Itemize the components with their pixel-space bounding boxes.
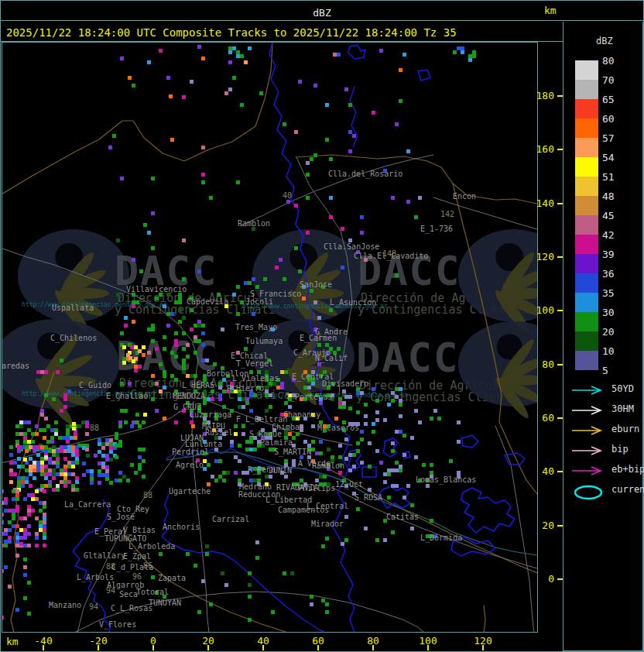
city-label: E_Carmen: [300, 334, 337, 343]
legend-item: eburn: [570, 424, 607, 435]
city-label: Gltallary: [84, 551, 125, 560]
status-row: 2025/11/22 18:24:00 UTC Composite Tracks…: [0, 22, 563, 42]
x-axis-label: 40: [246, 635, 280, 647]
y-axis-label: 100: [522, 304, 554, 316]
city-label: C_Chilenos: [50, 334, 97, 343]
legend-arrow-icon: [570, 404, 607, 420]
city-label: E_Zpal: [123, 552, 151, 561]
colorbar-block: [575, 235, 598, 254]
x-axis-label: 20: [191, 635, 225, 647]
svg-text:http://www.contingencias.mendo: http://www.contingencias.mendoza.gov.ar: [262, 392, 408, 399]
y-axis-label: 120: [522, 251, 554, 263]
x-axis-label: 120: [466, 635, 500, 647]
colorbar-label: 20: [602, 326, 630, 338]
y-axis-label: 0: [522, 573, 554, 585]
y-axis-tick: [557, 578, 563, 580]
colorbar-label: 39: [602, 249, 630, 260]
legend-label: eburn: [611, 424, 639, 434]
city-label: Russel: [205, 428, 233, 437]
y-axis-tick: [557, 525, 563, 527]
city-label: Perdriel: [172, 448, 209, 456]
colorbar-label: 10: [602, 345, 630, 357]
legend-label: 50YD: [611, 383, 634, 394]
colorbar-label: 35: [602, 287, 630, 299]
city-label: Totoral: [136, 588, 169, 596]
city-label: Carrizal: [212, 515, 249, 523]
colorbar-label: 70: [602, 74, 630, 86]
road-number: 88: [90, 424, 99, 432]
city-label: Zapata: [158, 574, 186, 582]
city-label: L_Libertad: [265, 496, 312, 505]
city-label: Luzuriaga: [190, 410, 231, 419]
y-axis-tick: [557, 95, 563, 97]
city-label: Mirador: [311, 520, 344, 528]
colorbar-label: 5: [602, 365, 630, 376]
city-label: L_Central: [307, 502, 348, 511]
y-axis-tick: [557, 310, 563, 311]
y-axis-label: 140: [522, 197, 554, 209]
legend-label: current: [611, 484, 644, 495]
legend-item: 30HM: [570, 404, 607, 415]
colorbar-label: 51: [602, 171, 630, 183]
city-label: SanJose: [300, 280, 332, 289]
y-axis-label: 180: [522, 90, 554, 101]
city-label: Clla.SanJose: [324, 242, 379, 251]
legend-ellipse-icon: [570, 485, 607, 500]
city-label: L_Violetas: [232, 374, 279, 383]
colorbar-label: 60: [602, 113, 630, 125]
legend-arrow-icon: [570, 384, 607, 400]
colorbar-block: [575, 157, 598, 177]
colorbar-block: [575, 60, 598, 80]
city-label: Lomas_Blancas: [416, 475, 476, 485]
city-label: L_Asuncion: [330, 298, 376, 307]
city-label: E_1-736: [420, 225, 453, 234]
colorbar-block: [575, 118, 598, 138]
y-axis-label: 60: [522, 412, 554, 424]
city-label: C_d_Plata: [111, 563, 153, 572]
city-label: L_HERAS: [182, 381, 214, 390]
city-label: T_Porteñas: [286, 393, 332, 402]
y-axis-tick: [557, 364, 563, 365]
city-label: M_Caseros: [317, 424, 359, 433]
x-axis-label: 100: [411, 635, 445, 647]
colorbar-label: 80: [602, 55, 630, 67]
legend-item: 50YD: [570, 384, 607, 395]
road-number: 94: [89, 602, 98, 611]
y-axis-unit-label: km: [544, 5, 557, 16]
city-label: Jocoli: [245, 297, 273, 306]
colorbar-block: [575, 254, 598, 273]
city-label: E_Challao: [106, 392, 148, 401]
legend-label: bip: [611, 444, 629, 455]
city-label: Clla.El_Cavadito: [354, 252, 428, 261]
city-label: Ugarteche: [169, 487, 211, 496]
city-label: aredas: [2, 362, 29, 370]
city-label: P_Hierro: [227, 384, 264, 393]
city-label: Ramblon: [312, 462, 344, 470]
colorbar-label: 30: [602, 307, 630, 318]
city-label: L_Arboleda: [128, 542, 175, 551]
city-label: JUNIN: [269, 466, 292, 475]
road-number: 88: [143, 491, 152, 499]
colorbar-label: 65: [602, 94, 630, 105]
colorbar-block: [575, 273, 598, 293]
colorbar-title: dBZ: [596, 36, 613, 46]
colorbar-block: [575, 215, 598, 235]
city-label: Palmira: [260, 438, 293, 447]
y-axis-tick: [557, 203, 563, 204]
city-label: T_Vergel: [236, 359, 273, 369]
legend-item: bip: [570, 444, 607, 455]
radar-map: DACCDirección de Agriculturay Contingenc…: [2, 42, 538, 633]
city-label: N_Calif: [315, 354, 348, 363]
x-axis-label: 0: [136, 635, 170, 647]
city-label: V_Flores: [99, 620, 136, 630]
city-label: Seca: [119, 590, 138, 599]
city-label: Agrelo: [176, 461, 204, 469]
city-label: Anchoris: [163, 523, 200, 531]
city-label: Villavicencio: [126, 285, 187, 293]
city-label: Ramblon: [238, 219, 270, 228]
legend-arrow-icon: [570, 444, 607, 460]
radar-map-canvas: DACCDirección de Agriculturay Contingenc…: [2, 43, 537, 632]
colorbar-block: [575, 99, 598, 118]
colorbar-label: 57: [602, 132, 630, 144]
city-label: Divisadero: [322, 379, 368, 388]
